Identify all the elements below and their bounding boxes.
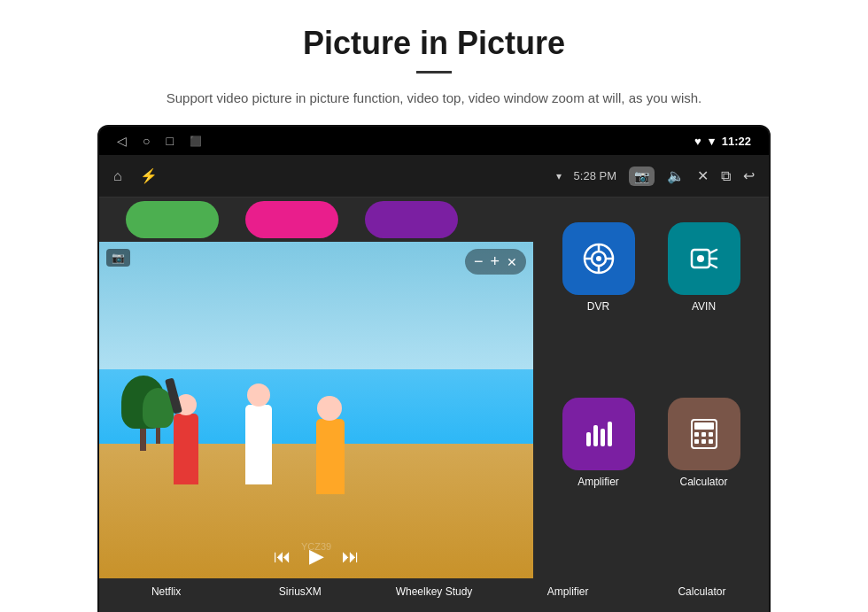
camera-active-icon[interactable]: 📷 (629, 167, 655, 186)
bottom-calculator[interactable]: Calculator (635, 585, 769, 598)
app-item-dvr[interactable]: DVR (551, 222, 646, 387)
pip-controls[interactable]: − + ✕ (465, 249, 526, 275)
amplifier-label: Amplifier (577, 476, 619, 488)
svg-rect-20 (709, 432, 713, 437)
dvr-icon-box[interactable] (562, 222, 635, 295)
amplifier-icon (579, 414, 618, 453)
device-frame: ◁ ○ □ ⬛ ♥ ▾ 11:22 ⌂ ⚡ ▾ 5:28 PM 📷 🔈 ✕ ⧉ … (97, 125, 771, 612)
home-nav-icon[interactable]: ○ (143, 134, 150, 148)
calculator-icon (685, 414, 724, 453)
status-bar-left: ◁ ○ □ ⬛ (117, 134, 202, 148)
watermark: YCZ39 (301, 541, 331, 552)
close-window-icon[interactable]: ✕ (697, 167, 709, 184)
pip-section: 📷 − + ✕ ⏮ ▶ ⏭ YCZ39 (99, 198, 533, 578)
main-content: 📷 − + ✕ ⏮ ▶ ⏭ YCZ39 (99, 198, 769, 578)
home-icon[interactable]: ⌂ (113, 168, 122, 184)
pip-close-btn[interactable]: ✕ (507, 255, 517, 269)
menu-nav-icon[interactable]: ⬛ (190, 136, 202, 147)
video-scene: 📷 − + ✕ ⏮ ▶ ⏭ YCZ39 (99, 242, 533, 578)
svg-line-11 (709, 264, 717, 267)
app-item-calculator[interactable]: Calculator (656, 398, 751, 562)
pip-camera-indicator: 📷 (106, 249, 130, 267)
app-item-avin[interactable]: AVIN (656, 222, 751, 387)
dvr-icon (579, 239, 618, 278)
siriusxm-pill[interactable] (245, 201, 338, 238)
bottom-amplifier[interactable]: Amplifier (501, 585, 635, 598)
netflix-pill[interactable] (126, 201, 219, 238)
video-container[interactable]: 📷 − + ✕ ⏮ ▶ ⏭ YCZ39 (99, 242, 533, 578)
usb-icon[interactable]: ⚡ (140, 167, 158, 184)
pip-plus-btn[interactable]: + (490, 252, 500, 271)
nav-bar-right: ▾ 5:28 PM 📷 🔈 ✕ ⧉ ↩ (556, 167, 755, 186)
title-divider (416, 71, 452, 74)
svg-rect-23 (709, 439, 713, 444)
app-icons-grid: DVR AVIN (542, 215, 760, 569)
dvr-label: DVR (587, 300, 609, 313)
svg-point-8 (697, 255, 704, 262)
wifi-status-icon: ▾ (556, 170, 562, 182)
calculator-icon-box[interactable] (668, 398, 740, 470)
location-icon: ♥ (694, 135, 701, 148)
recents-nav-icon[interactable]: □ (166, 134, 173, 148)
app-grid-section: DVR AVIN (533, 198, 769, 578)
svg-rect-17 (694, 422, 714, 430)
back-icon[interactable]: ↩ (743, 167, 755, 184)
person-3 (307, 379, 356, 494)
pip-minus-btn[interactable]: − (474, 252, 484, 271)
svg-rect-14 (601, 429, 605, 446)
netflix-bottom-label: Netflix (151, 585, 181, 598)
window-icon[interactable]: ⧉ (721, 168, 731, 184)
top-apps-strip (99, 198, 533, 242)
person-1 (165, 369, 209, 484)
wheelkey-bottom-label: Wheelkey Study (396, 585, 473, 598)
amplifier-icon-box[interactable] (562, 398, 635, 470)
status-bar: ◁ ○ □ ⬛ ♥ ▾ 11:22 (99, 127, 769, 155)
svg-rect-18 (694, 432, 699, 437)
avin-icon (685, 239, 724, 278)
svg-rect-15 (608, 422, 612, 446)
page-header: Picture in Picture Support video picture… (0, 0, 868, 125)
amplifier-bottom-label: Amplifier (547, 585, 589, 598)
header-description: Support video picture in picture functio… (71, 88, 797, 109)
svg-rect-22 (701, 439, 706, 444)
wifi-icon: ▾ (709, 135, 715, 148)
nav-time: 5:28 PM (574, 169, 616, 182)
app-item-amplifier[interactable]: Amplifier (551, 398, 646, 562)
volume-icon[interactable]: 🔈 (667, 167, 685, 184)
svg-point-6 (596, 256, 601, 261)
calculator-label: Calculator (679, 476, 727, 488)
page-title: Picture in Picture (71, 25, 797, 62)
back-nav-icon[interactable]: ◁ (117, 134, 127, 148)
calculator-bottom-label: Calculator (678, 585, 725, 598)
svg-line-9 (709, 250, 717, 253)
bottom-siriusxm[interactable]: SiriusXM (233, 585, 367, 598)
bottom-netflix[interactable]: Netflix (99, 585, 233, 598)
avin-label: AVIN (692, 300, 716, 313)
rewind-btn[interactable]: ⏮ (274, 546, 291, 567)
person-2 (238, 369, 283, 484)
svg-rect-12 (586, 432, 591, 446)
wheelkey-pill[interactable] (365, 201, 458, 238)
nav-bar-left: ⌂ ⚡ (113, 167, 158, 184)
siriusxm-bottom-label: SiriusXM (279, 585, 322, 598)
avin-icon-box[interactable] (668, 222, 740, 295)
status-bar-right: ♥ ▾ 11:22 (694, 135, 751, 148)
svg-rect-21 (694, 439, 699, 444)
svg-rect-13 (593, 425, 598, 446)
status-time: 11:22 (722, 135, 751, 148)
nav-bar: ⌂ ⚡ ▾ 5:28 PM 📷 🔈 ✕ ⧉ ↩ (99, 155, 769, 198)
svg-rect-19 (701, 432, 706, 437)
bottom-wheelkey[interactable]: Wheelkey Study (367, 585, 500, 598)
bottom-labels-bar: Netflix SiriusXM Wheelkey Study Amplifie… (99, 578, 769, 612)
forward-btn[interactable]: ⏭ (342, 546, 360, 567)
